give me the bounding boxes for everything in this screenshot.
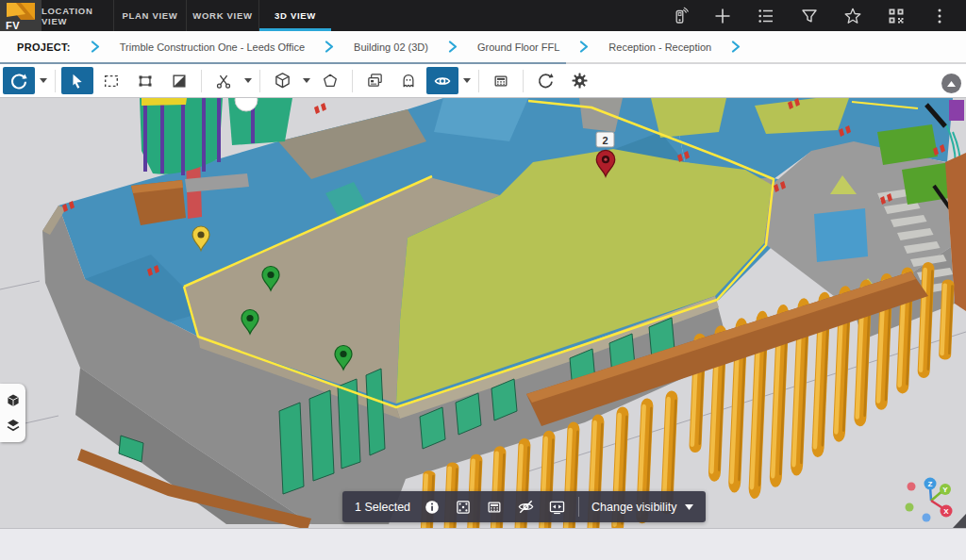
cube-icon — [274, 72, 291, 90]
rectangle-select-button[interactable] — [95, 67, 127, 94]
zoom-to-selection-button[interactable] — [454, 497, 473, 518]
invert-selection-icon — [171, 73, 188, 90]
dashed-rectangle-icon — [103, 73, 120, 90]
fit-screen-icon — [548, 498, 566, 516]
svg-text:Z: Z — [928, 480, 933, 488]
refresh-icon — [537, 72, 555, 90]
keypad-icon — [486, 499, 503, 516]
3d-model-scene: 2 Z Y X — [0, 98, 966, 528]
axis-neg-y[interactable] — [906, 503, 914, 512]
breadcrumb-item-building[interactable]: Building 02 (3D) — [354, 41, 428, 53]
tab-3d-view[interactable]: 3D VIEW — [258, 0, 331, 31]
change-visibility-button[interactable]: Change visibility — [591, 501, 693, 514]
cursor-icon — [69, 73, 86, 90]
breadcrumb-item-room[interactable]: Reception - Reception — [608, 41, 711, 53]
hide-icon — [517, 498, 535, 516]
tab-location-view[interactable]: LOCATION VIEW — [42, 0, 113, 31]
overflow-menu-icon[interactable] — [930, 7, 949, 25]
view-toolbar — [0, 64, 966, 98]
breadcrumb-item-floor[interactable]: Ground Floor FFL — [477, 41, 559, 53]
scanner-icon[interactable] — [670, 7, 689, 25]
topbar-actions — [670, 0, 966, 31]
model-dropdown-caret[interactable] — [300, 67, 312, 94]
orbit-icon — [9, 72, 28, 91]
stacked-views-icon — [366, 72, 384, 90]
list-icon[interactable] — [757, 7, 775, 25]
zoom-to-selection-icon — [455, 499, 472, 516]
svg-text:Y: Y — [942, 486, 948, 494]
polygon-select-button[interactable] — [129, 67, 161, 94]
app-top-bar: FV LOCATION VIEW PLAN VIEW WORK VIEW 3D … — [0, 0, 966, 31]
axis-neg-z[interactable] — [923, 514, 931, 522]
visibility-dropdown-caret[interactable] — [460, 67, 473, 94]
ghost-icon — [400, 73, 417, 90]
prism-icon — [322, 73, 339, 90]
tab-plan-view[interactable]: PLAN VIEW — [113, 0, 186, 31]
refresh-button[interactable] — [529, 67, 561, 94]
caret-up-icon — [947, 81, 956, 87]
selection-count: 1 Selected — [355, 501, 410, 514]
breadcrumb: PROJECT: Trimble Construction One - Leed… — [0, 31, 966, 63]
star-icon[interactable] — [843, 7, 862, 25]
layers-icon[interactable] — [6, 418, 21, 433]
info-icon — [424, 499, 441, 516]
invert-selection-button[interactable] — [163, 67, 195, 94]
chevron-right-icon — [448, 41, 458, 53]
chevron-right-icon — [91, 41, 100, 53]
chevron-right-icon — [579, 41, 589, 53]
model-tree-icon[interactable] — [6, 393, 21, 408]
breadcrumb-item-project[interactable]: Trimble Construction One - Leeds Office — [120, 41, 305, 53]
purple-element — [949, 100, 964, 121]
hide-selection-button[interactable] — [516, 497, 535, 518]
filter-icon[interactable] — [800, 7, 819, 25]
cut-button[interactable] — [208, 67, 240, 94]
qr-code-icon[interactable] — [887, 7, 906, 25]
select-button[interactable] — [61, 67, 93, 94]
selection-action-bar: 1 Selected — [342, 491, 706, 522]
3d-viewport[interactable]: 2 Z Y X — [0, 98, 966, 528]
app-logo: FV — [0, 0, 42, 31]
polygon-select-icon — [137, 73, 154, 90]
fit-screen-button[interactable] — [547, 497, 566, 518]
axis-neg-x[interactable] — [908, 483, 916, 491]
scissors-icon — [215, 73, 232, 90]
settings-button[interactable] — [563, 67, 595, 94]
measure-button[interactable] — [485, 67, 517, 94]
views-button[interactable] — [358, 67, 391, 94]
eye-icon — [433, 72, 452, 91]
measure-selection-button[interactable] — [485, 497, 504, 518]
orbit-dropdown-caret[interactable] — [37, 67, 49, 94]
orbit-button[interactable] — [3, 67, 35, 94]
window-opening — [814, 208, 868, 262]
chevron-right-icon — [731, 41, 741, 53]
svg-text:X: X — [943, 507, 949, 516]
system-nav-bar — [0, 528, 966, 560]
cut-dropdown-caret[interactable] — [242, 67, 254, 94]
visibility-button[interactable] — [426, 67, 458, 94]
caret-down-icon — [685, 504, 693, 510]
ghost-button[interactable] — [392, 67, 425, 94]
chevron-right-icon — [325, 41, 334, 53]
model-button[interactable] — [266, 67, 298, 94]
gear-icon — [571, 72, 589, 90]
logo-text: FV — [6, 20, 20, 31]
pin-count-value: 2 — [602, 135, 608, 146]
section-button[interactable] — [314, 67, 346, 94]
tab-work-view[interactable]: WORK VIEW — [186, 0, 258, 31]
breadcrumb-prefix: PROJECT: — [17, 41, 71, 53]
add-icon[interactable] — [713, 7, 732, 25]
viewport-side-panel — [0, 384, 25, 442]
info-button[interactable] — [423, 497, 441, 518]
keypad-icon — [492, 73, 509, 90]
collapse-toolbar-button[interactable] — [941, 74, 961, 93]
